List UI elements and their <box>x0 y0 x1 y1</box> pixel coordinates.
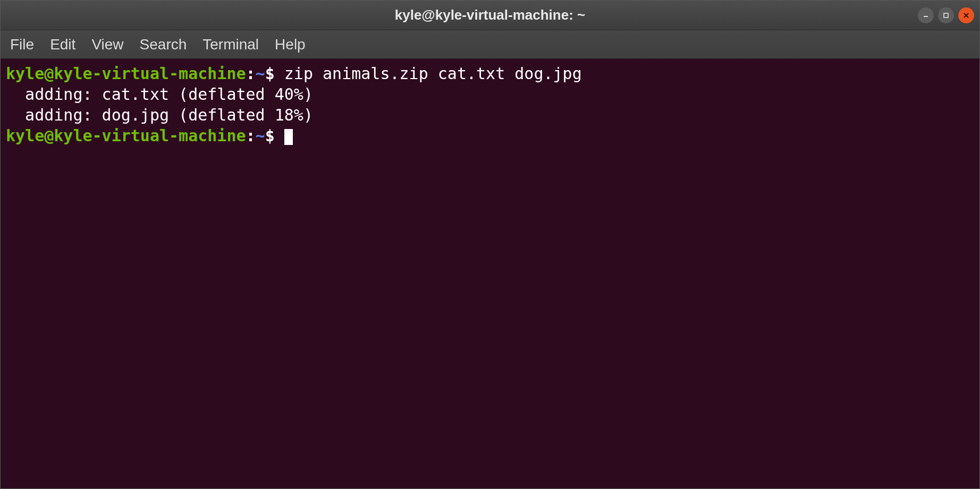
menu-edit[interactable]: Edit <box>50 36 75 53</box>
svg-rect-1 <box>944 13 948 18</box>
output-text: adding: cat.txt (deflated 40%) <box>6 85 313 104</box>
prompt-user: kyle@kyle-virtual-machine <box>6 64 246 83</box>
maximize-button[interactable] <box>938 7 954 23</box>
cursor-block <box>284 129 293 145</box>
titlebar[interactable]: kyle@kyle-virtual-machine: ~ <box>1 1 979 30</box>
menu-terminal[interactable]: Terminal <box>202 36 259 53</box>
terminal-window: kyle@kyle-virtual-machine: ~ File Edit V… <box>0 0 980 489</box>
terminal-line: adding: cat.txt (deflated 40%) <box>6 84 974 105</box>
menu-help[interactable]: Help <box>275 36 306 53</box>
prompt-colon: : <box>246 126 256 145</box>
prompt-user: kyle@kyle-virtual-machine <box>6 126 246 145</box>
window-title: kyle@kyle-virtual-machine: ~ <box>395 7 585 23</box>
menu-search[interactable]: Search <box>140 36 187 53</box>
menu-view[interactable]: View <box>91 36 123 53</box>
maximize-icon <box>942 12 950 19</box>
command-text: zip animals.zip cat.txt dog.jpg <box>275 64 582 83</box>
prompt-dollar: $ <box>265 64 275 83</box>
close-button[interactable] <box>958 7 974 23</box>
prompt-colon: : <box>246 64 256 83</box>
terminal-line: adding: dog.jpg (deflated 18%) <box>6 105 974 125</box>
prompt-path: ~ <box>256 126 265 145</box>
close-icon <box>962 12 970 19</box>
terminal-line: kyle@kyle-virtual-machine:~$ <box>6 125 974 146</box>
command-text <box>275 126 284 145</box>
menubar: File Edit View Search Terminal Help <box>1 30 979 59</box>
output-text: adding: dog.jpg (deflated 18%) <box>6 106 313 124</box>
minimize-icon <box>922 12 930 19</box>
prompt-path: ~ <box>256 64 265 83</box>
prompt-dollar: $ <box>265 126 275 145</box>
menu-file[interactable]: File <box>10 36 34 53</box>
terminal-line: kyle@kyle-virtual-machine:~$ zip animals… <box>6 63 974 84</box>
minimize-button[interactable] <box>918 7 934 23</box>
terminal-body[interactable]: kyle@kyle-virtual-machine:~$ zip animals… <box>1 59 979 488</box>
window-controls <box>918 7 974 23</box>
